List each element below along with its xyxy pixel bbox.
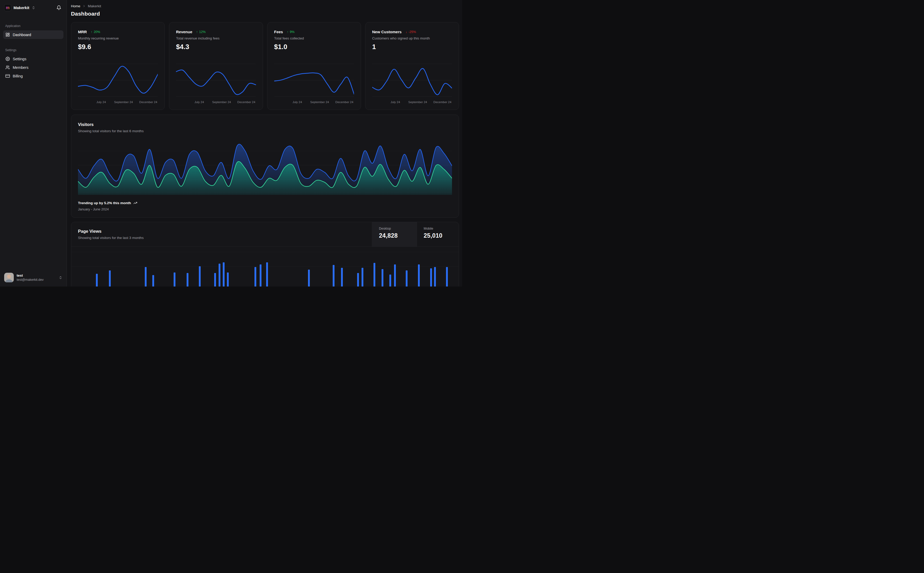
x-tick-label: July 24 [391,100,400,103]
stat-subtitle: Monthly recurring revenue [78,36,158,40]
page-views-subtitle: Showing total visitors for the last 3 mo… [78,236,365,240]
sidebar-nav: ApplicationDashboardSettingsSettingsMemb… [3,24,64,272]
sidebar-item-label: Members [13,66,28,70]
bar [434,267,436,286]
x-tick-label: September 24 [408,100,427,103]
user-info: test test@makerkit.dev [17,274,56,282]
x-tick-label: September 24 [212,100,231,103]
chevrons-up-down-icon [59,276,63,279]
stat-title: Revenue [176,30,192,34]
avatar [4,273,14,282]
toggle-mobile[interactable]: Mobile 25,010 [417,222,459,246]
stat-cards-row: MRR ↑ 20% Monthly recurring revenue $9.6… [71,22,459,110]
bar [373,263,375,286]
stat-card-header: Revenue ↑ 12% [176,30,256,34]
breadcrumb-current: Makerkit [88,4,101,8]
bar [145,267,147,286]
trend-badge-value: -25% [408,30,416,34]
stat-subtitle: Total fees collected [274,36,354,40]
trend-down-arrow-icon: ↓ [405,30,407,34]
page-views-header: Page Views Showing total visitors for th… [71,222,459,247]
stat-card-header: MRR ↑ 20% [78,30,158,34]
page-views-header-text: Page Views Showing total visitors for th… [71,222,372,246]
sidebar: m Makerkit ApplicationDashboardSettingsS… [0,0,67,286]
x-tick-label: December 24 [237,100,255,103]
trending-up-icon [133,201,137,205]
x-tick-label: December 24 [335,100,353,103]
trend-badge: ↑ 20% [91,30,100,34]
bar [152,275,154,286]
stat-x-axis-labels: July 24 September 24 December 24 [372,100,452,105]
page-title: Dashboard [71,11,459,17]
user-name: test [17,274,56,277]
breadcrumb-home-link[interactable]: Home [71,4,80,8]
bar [333,265,334,286]
x-tick-label: September 24 [311,100,329,103]
bell-icon [56,5,61,10]
trend-up-arrow-icon: ↑ [196,30,198,34]
visitors-trend-line: Trending up by 5.2% this month [78,201,452,205]
bar [381,269,383,286]
page-views-toggle-group: Desktop 24,828 Mobile 25,010 [372,222,459,246]
page-views-card: Page Views Showing total visitors for th… [71,222,459,286]
page-views-title: Page Views [78,229,365,234]
bar [223,262,224,286]
bar [96,274,98,286]
bar [260,265,262,286]
stat-card-header: Fees ↑ 9% [274,30,354,34]
bar [430,268,432,286]
nav-section: ApplicationDashboard [3,24,63,39]
stat-subtitle: Total revenue including fees [176,36,256,40]
sidebar-item-label: Settings [13,57,26,61]
stat-value: $4.3 [176,43,256,51]
trend-badge-value: 9% [290,30,295,34]
sidebar-item-label: Dashboard [13,33,31,37]
stat-title: Fees [274,30,283,34]
bar [219,264,220,286]
workspace-name: Makerkit [14,5,29,10]
dashboard-icon [5,33,10,37]
visitors-title: Visitors [78,122,452,127]
bar [341,268,343,286]
app-root: m Makerkit ApplicationDashboardSettingsS… [0,0,462,286]
logo-letter: m [6,6,9,10]
notifications-button[interactable] [55,4,63,11]
sidebar-item-dashboard[interactable]: Dashboard [3,30,63,39]
x-tick-label: July 24 [292,100,302,103]
stat-card-revenue: Revenue ↑ 12% Total revenue including fe… [169,22,263,110]
stat-card-mrr: MRR ↑ 20% Monthly recurring revenue $9.6… [71,22,165,110]
stat-value: 1 [372,43,452,51]
sidebar-header: m Makerkit [3,4,64,11]
stat-sparkline-chart [372,62,452,98]
stat-card-fees: Fees ↑ 9% Total fees collected $1.0 July… [267,22,361,110]
stat-card-new-customers: New Customers ↓ -25% Customers who signe… [365,22,459,110]
stat-x-axis-labels: July 24 September 24 December 24 [78,100,158,105]
trend-badge: ↑ 12% [196,30,206,34]
nav-section: SettingsSettingsMembersBilling [3,48,63,80]
visitors-subtitle: Showing total visitors for the last 6 mo… [78,129,452,133]
x-tick-label: December 24 [139,100,157,103]
sidebar-item-settings[interactable]: Settings [3,55,63,63]
x-tick-label: July 24 [195,100,204,103]
visitors-area-chart [78,138,452,195]
bar [446,267,448,286]
sidebar-item-billing[interactable]: Billing [3,72,63,80]
visitors-trend-text: Trending up by 5.2% this month [78,201,131,205]
user-email: test@makerkit.dev [17,278,56,282]
bar [109,271,111,286]
bar [174,272,176,286]
bar [357,273,359,286]
bar [389,274,391,286]
visitors-card: Visitors Showing total visitors for the … [71,114,459,218]
breadcrumb: Home Makerkit [71,4,459,8]
workspace-selector[interactable]: m Makerkit [4,4,55,11]
bar [266,262,268,286]
toggle-desktop[interactable]: Desktop 24,828 [372,222,417,246]
sidebar-item-members[interactable]: Members [3,63,63,72]
trend-up-arrow-icon: ↑ [91,30,92,34]
members-icon [5,65,10,70]
mobile-label: Mobile [424,227,459,230]
settings-icon [5,56,10,61]
user-menu[interactable]: test test@makerkit.dev [3,272,64,283]
bar [254,267,256,286]
